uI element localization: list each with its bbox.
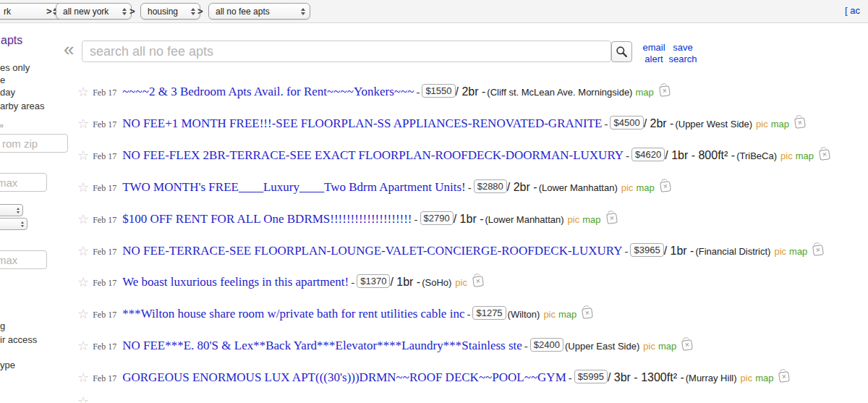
pic-link[interactable]: pic <box>780 150 793 161</box>
star-icon[interactable]: ☆ <box>77 84 89 100</box>
map-link[interactable]: map <box>796 150 814 161</box>
star-icon[interactable]: ☆ <box>77 306 89 322</box>
listing-title-link[interactable]: We boast luxurious feelings in this apar… <box>122 275 349 289</box>
banish-icon[interactable]: × <box>659 85 671 97</box>
pic-link[interactable]: pic <box>741 373 753 383</box>
search-button[interactable] <box>611 41 632 62</box>
listing-row: ☆ Feb 17 NO FEE-FLEX 2BR-TERRACE-SEE EXA… <box>77 147 830 163</box>
location-text: (SoHo) <box>422 277 451 288</box>
bed-size-text: / 3br - 1300ft² - <box>608 371 684 384</box>
banish-icon[interactable]: × <box>660 181 671 192</box>
pic-link[interactable]: pic <box>543 309 556 320</box>
map-link[interactable]: map <box>789 246 807 257</box>
bathrooms-select[interactable]: s <box>0 218 27 230</box>
map-link[interactable]: map <box>755 373 773 383</box>
pic-link[interactable]: pic <box>774 246 786 257</box>
map-link[interactable]: map <box>582 214 600 225</box>
price-max-input[interactable] <box>0 173 47 192</box>
banish-icon[interactable]: × <box>779 371 791 383</box>
dropdown-arrows-icon <box>13 208 22 213</box>
account-link[interactable]: [ ac <box>845 5 860 16</box>
bed-size-text: / 1br - <box>664 245 694 258</box>
from-zip-input[interactable] <box>0 134 68 153</box>
filter-posted-today-label[interactable]: day <box>0 87 15 98</box>
star-icon[interactable]: ☆ <box>77 116 89 132</box>
filter-nearby-areas-label[interactable]: arby areas <box>0 101 44 111</box>
listing-title-link[interactable]: $100 OFF RENT FOR ALL One BDRMS!!!!!!!!!… <box>122 212 412 226</box>
dropdown-value: rk <box>4 7 11 17</box>
map-link[interactable]: map <box>636 182 654 193</box>
listing-title-link[interactable]: NO FEE+1 MONTH FREE!!!-SEE FLOORPLAN-SS … <box>122 116 602 131</box>
location-text: (Upper East Side) <box>565 341 639 352</box>
banish-icon[interactable]: × <box>472 276 484 287</box>
banish-icon[interactable]: × <box>812 245 824 256</box>
listing-title-link[interactable]: NO FEE-FLEX 2BR-TERRACE-SEE EXACT FLOORP… <box>122 148 624 163</box>
breadcrumb-dropdown-section[interactable]: housing <box>140 3 200 20</box>
star-icon[interactable]: ☆ <box>77 274 89 290</box>
listing-title-link[interactable]: ***Wilton house share room w/private bat… <box>122 307 464 321</box>
pic-link[interactable]: pic <box>568 214 580 225</box>
star-icon[interactable]: ☆ <box>77 179 89 195</box>
banish-x-glyph: × <box>660 85 670 96</box>
breadcrumb-dropdown-site[interactable]: rk <box>0 3 62 20</box>
save-search-link[interactable]: savesearch <box>667 42 699 65</box>
banish-icon[interactable]: × <box>582 307 593 319</box>
banish-x-glyph: × <box>813 244 823 255</box>
title-price-separator: - <box>416 86 420 98</box>
map-link[interactable]: map <box>635 87 653 98</box>
breadcrumb-dropdown-category[interactable]: all no fee apts <box>208 3 310 20</box>
pic-link[interactable]: pic <box>756 119 768 130</box>
dropdown-value: all new york <box>63 7 109 17</box>
star-icon[interactable]: ☆ <box>77 148 89 164</box>
star-icon[interactable]: ☆ <box>77 211 89 227</box>
bedrooms-select[interactable] <box>0 204 23 216</box>
filter-has-image-label[interactable]: e <box>0 75 5 85</box>
filter-parking-label[interactable]: g <box>0 321 5 331</box>
category-heading: apts <box>1 34 22 47</box>
sqft-max-input[interactable] <box>0 250 47 269</box>
star-icon[interactable]: ☆ <box>77 243 89 259</box>
price-badge: $1275 <box>472 306 506 320</box>
title-price-separator: - <box>414 213 418 226</box>
banish-icon[interactable]: × <box>819 149 830 161</box>
map-link[interactable]: map <box>658 341 676 352</box>
listing-title-link[interactable]: ~~~~2 & 3 Bedroom Apts Avail. for Rent~~… <box>122 85 414 99</box>
map-link[interactable]: map <box>558 309 576 320</box>
listing-title-link[interactable]: NO FEE-TERRACE-SEE FLOORPLAN-LOUNGE-VALE… <box>122 244 622 258</box>
map-link[interactable]: map <box>771 119 789 130</box>
email-alert-link[interactable]: emailalert <box>639 42 668 65</box>
banish-x-glyph: × <box>606 212 616 224</box>
star-icon[interactable]: ☆ <box>77 394 89 403</box>
filter-wheelchair-access-label[interactable]: ir access <box>0 334 37 345</box>
banish-icon[interactable]: × <box>794 117 806 129</box>
listing-date: Feb 17 <box>93 151 116 162</box>
bed-size-text: / 1br - <box>390 276 420 289</box>
title-price-separator: - <box>624 245 628 258</box>
listings-list: ☆ Feb 17 ~~~~2 & 3 Bedroom Apts Avail. f… <box>77 83 868 403</box>
listing-title-link[interactable]: NO FEE***E. 80'S & Lex**Back Yard***Elev… <box>122 339 522 353</box>
search-input[interactable] <box>82 41 611 62</box>
price-badge: $4620 <box>631 148 665 161</box>
housing-type-heading: ype <box>0 360 15 370</box>
banish-icon[interactable]: × <box>606 213 618 224</box>
listing-title-link[interactable]: GORGEOUS ENORMOUS LUX APT(((30's)))DRMN~… <box>122 370 566 385</box>
star-icon[interactable]: ☆ <box>77 370 89 386</box>
star-icon[interactable]: ☆ <box>77 338 89 354</box>
listing-row: ☆ Feb 17 $100 OFF RENT FOR ALL One BDRMS… <box>77 211 617 226</box>
pic-link[interactable]: pic <box>621 182 634 193</box>
pic-link[interactable]: pic <box>455 277 467 288</box>
breadcrumb-bar: rk > all new york > housing > all no fee… <box>0 0 868 23</box>
listing-date: Feb 17 <box>93 342 116 352</box>
search-icon <box>616 46 628 58</box>
location-text: (TriBeCa) <box>736 150 777 161</box>
breadcrumb-dropdown-area[interactable]: all new york <box>56 3 132 20</box>
collapse-sidebar-icon[interactable]: « <box>64 38 74 61</box>
title-price-separator: - <box>468 182 472 194</box>
location-text: (Cliff st. McLean Ave. Morningside) <box>487 87 632 98</box>
filter-titles-only-label[interactable]: es only <box>0 62 30 73</box>
pic-link[interactable]: pic <box>643 341 655 352</box>
price-badge: $2790 <box>420 211 454 225</box>
title-price-separator: - <box>604 118 608 130</box>
banish-icon[interactable]: × <box>681 339 693 351</box>
listing-title-link[interactable]: TWO MONTH's FREE____Luxury____Two Bdrm A… <box>122 180 466 195</box>
